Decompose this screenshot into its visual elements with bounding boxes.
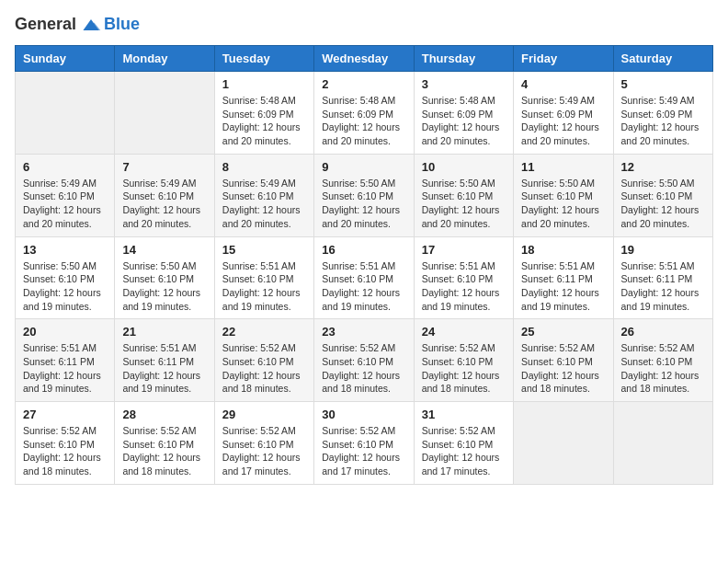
day-number: 26	[621, 325, 705, 339]
page-header: General Blue	[15, 15, 713, 34]
day-info: Sunrise: 5:48 AMSunset: 6:09 PMDaylight:…	[222, 94, 306, 148]
day-number: 1	[222, 77, 306, 91]
day-info: Sunrise: 5:51 AMSunset: 6:11 PMDaylight:…	[621, 259, 705, 314]
day-number: 23	[322, 325, 405, 339]
calendar-table: SundayMondayTuesdayWednesdayThursdayFrid…	[15, 45, 713, 485]
day-number: 14	[122, 243, 206, 257]
calendar-cell: 10Sunrise: 5:50 AMSunset: 6:10 PMDayligh…	[414, 154, 513, 236]
calendar-cell: 8Sunrise: 5:49 AMSunset: 6:10 PMDaylight…	[214, 154, 313, 236]
calendar-cell: 12Sunrise: 5:50 AMSunset: 6:10 PMDayligh…	[613, 154, 712, 236]
day-info: Sunrise: 5:50 AMSunset: 6:10 PMDaylight:…	[23, 259, 107, 314]
logo-icon	[80, 16, 102, 34]
day-info: Sunrise: 5:48 AMSunset: 6:09 PMDaylight:…	[422, 94, 506, 148]
day-info: Sunrise: 5:50 AMSunset: 6:10 PMDaylight:…	[621, 177, 705, 231]
calendar-cell: 30Sunrise: 5:52 AMSunset: 6:10 PMDayligh…	[314, 402, 414, 485]
day-info: Sunrise: 5:52 AMSunset: 6:10 PMDaylight:…	[422, 341, 506, 396]
calendar-cell: 28Sunrise: 5:52 AMSunset: 6:10 PMDayligh…	[115, 402, 214, 485]
calendar-week-1: 1Sunrise: 5:48 AMSunset: 6:09 PMDaylight…	[16, 72, 713, 155]
day-number: 27	[23, 408, 107, 421]
day-number: 9	[322, 160, 405, 174]
day-info: Sunrise: 5:50 AMSunset: 6:10 PMDaylight:…	[422, 177, 506, 231]
day-info: Sunrise: 5:50 AMSunset: 6:10 PMDaylight:…	[521, 177, 605, 231]
day-number: 17	[422, 243, 506, 257]
calendar-header-sunday: Sunday	[16, 46, 115, 72]
day-info: Sunrise: 5:51 AMSunset: 6:10 PMDaylight:…	[422, 259, 506, 314]
calendar-header-tuesday: Tuesday	[214, 46, 313, 72]
day-number: 11	[521, 160, 605, 174]
day-info: Sunrise: 5:49 AMSunset: 6:10 PMDaylight:…	[122, 177, 206, 231]
day-info: Sunrise: 5:52 AMSunset: 6:10 PMDaylight:…	[23, 424, 107, 478]
calendar-cell	[613, 402, 712, 485]
calendar-week-3: 13Sunrise: 5:50 AMSunset: 6:10 PMDayligh…	[16, 236, 713, 319]
day-info: Sunrise: 5:52 AMSunset: 6:10 PMDaylight:…	[122, 424, 206, 478]
calendar-cell: 4Sunrise: 5:49 AMSunset: 6:09 PMDaylight…	[514, 72, 613, 155]
calendar-cell: 17Sunrise: 5:51 AMSunset: 6:10 PMDayligh…	[414, 236, 513, 319]
calendar-week-4: 20Sunrise: 5:51 AMSunset: 6:11 PMDayligh…	[16, 319, 713, 402]
calendar-header-wednesday: Wednesday	[314, 46, 414, 72]
day-number: 8	[222, 160, 306, 174]
day-number: 15	[222, 243, 306, 257]
day-number: 7	[122, 160, 206, 174]
day-info: Sunrise: 5:49 AMSunset: 6:10 PMDaylight:…	[222, 177, 306, 231]
day-number: 20	[23, 325, 107, 339]
day-number: 3	[422, 77, 506, 91]
day-info: Sunrise: 5:49 AMSunset: 6:09 PMDaylight:…	[521, 94, 605, 148]
calendar-cell: 5Sunrise: 5:49 AMSunset: 6:09 PMDaylight…	[613, 72, 712, 155]
day-info: Sunrise: 5:48 AMSunset: 6:09 PMDaylight:…	[322, 94, 405, 148]
logo: General Blue	[15, 15, 140, 34]
day-info: Sunrise: 5:49 AMSunset: 6:09 PMDaylight:…	[621, 94, 705, 148]
day-number: 28	[122, 408, 206, 421]
logo-general: General	[15, 15, 76, 34]
day-info: Sunrise: 5:51 AMSunset: 6:10 PMDaylight:…	[222, 259, 306, 314]
calendar-cell: 2Sunrise: 5:48 AMSunset: 6:09 PMDaylight…	[314, 72, 414, 155]
calendar-cell: 20Sunrise: 5:51 AMSunset: 6:11 PMDayligh…	[16, 319, 115, 402]
calendar-cell: 31Sunrise: 5:52 AMSunset: 6:10 PMDayligh…	[414, 402, 513, 485]
day-number: 19	[621, 243, 705, 257]
calendar-cell: 23Sunrise: 5:52 AMSunset: 6:10 PMDayligh…	[314, 319, 414, 402]
calendar-cell	[514, 402, 613, 485]
calendar-cell: 25Sunrise: 5:52 AMSunset: 6:10 PMDayligh…	[514, 319, 613, 402]
calendar-header-thursday: Thursday	[414, 46, 513, 72]
day-number: 24	[422, 325, 506, 339]
calendar-cell: 6Sunrise: 5:49 AMSunset: 6:10 PMDaylight…	[16, 154, 115, 236]
calendar-cell: 11Sunrise: 5:50 AMSunset: 6:10 PMDayligh…	[514, 154, 613, 236]
day-number: 5	[621, 77, 705, 91]
calendar-cell: 18Sunrise: 5:51 AMSunset: 6:11 PMDayligh…	[514, 236, 613, 319]
calendar-cell: 9Sunrise: 5:50 AMSunset: 6:10 PMDaylight…	[314, 154, 414, 236]
day-info: Sunrise: 5:50 AMSunset: 6:10 PMDaylight:…	[122, 259, 206, 314]
calendar-cell: 14Sunrise: 5:50 AMSunset: 6:10 PMDayligh…	[115, 236, 214, 319]
calendar-week-2: 6Sunrise: 5:49 AMSunset: 6:10 PMDaylight…	[16, 154, 713, 236]
day-number: 18	[521, 243, 605, 257]
calendar-cell: 21Sunrise: 5:51 AMSunset: 6:11 PMDayligh…	[115, 319, 214, 402]
day-info: Sunrise: 5:51 AMSunset: 6:10 PMDaylight:…	[322, 259, 405, 314]
day-number: 4	[521, 77, 605, 91]
calendar-cell	[16, 72, 115, 155]
day-number: 22	[222, 325, 306, 339]
day-info: Sunrise: 5:52 AMSunset: 6:10 PMDaylight:…	[422, 424, 506, 478]
calendar-cell: 16Sunrise: 5:51 AMSunset: 6:10 PMDayligh…	[314, 236, 414, 319]
calendar-cell: 7Sunrise: 5:49 AMSunset: 6:10 PMDaylight…	[115, 154, 214, 236]
calendar-week-5: 27Sunrise: 5:52 AMSunset: 6:10 PMDayligh…	[16, 402, 713, 485]
calendar-header-saturday: Saturday	[613, 46, 712, 72]
day-info: Sunrise: 5:51 AMSunset: 6:11 PMDaylight:…	[521, 259, 605, 314]
calendar-cell: 3Sunrise: 5:48 AMSunset: 6:09 PMDaylight…	[414, 72, 513, 155]
day-info: Sunrise: 5:49 AMSunset: 6:10 PMDaylight:…	[23, 177, 107, 231]
calendar-cell: 15Sunrise: 5:51 AMSunset: 6:10 PMDayligh…	[214, 236, 313, 319]
day-info: Sunrise: 5:52 AMSunset: 6:10 PMDaylight:…	[222, 424, 306, 478]
day-info: Sunrise: 5:52 AMSunset: 6:10 PMDaylight:…	[322, 341, 405, 396]
day-number: 25	[521, 325, 605, 339]
calendar-cell: 19Sunrise: 5:51 AMSunset: 6:11 PMDayligh…	[613, 236, 712, 319]
day-info: Sunrise: 5:52 AMSunset: 6:10 PMDaylight:…	[322, 424, 405, 478]
day-info: Sunrise: 5:51 AMSunset: 6:11 PMDaylight:…	[23, 341, 107, 396]
day-number: 29	[222, 408, 306, 421]
calendar-header-monday: Monday	[115, 46, 214, 72]
calendar-cell: 1Sunrise: 5:48 AMSunset: 6:09 PMDaylight…	[214, 72, 313, 155]
day-info: Sunrise: 5:51 AMSunset: 6:11 PMDaylight:…	[122, 341, 206, 396]
day-info: Sunrise: 5:52 AMSunset: 6:10 PMDaylight:…	[621, 341, 705, 396]
day-number: 12	[621, 160, 705, 174]
day-number: 2	[322, 77, 405, 91]
calendar-cell: 24Sunrise: 5:52 AMSunset: 6:10 PMDayligh…	[414, 319, 513, 402]
calendar-cell: 13Sunrise: 5:50 AMSunset: 6:10 PMDayligh…	[16, 236, 115, 319]
calendar-cell: 22Sunrise: 5:52 AMSunset: 6:10 PMDayligh…	[214, 319, 313, 402]
logo-blue: Blue	[104, 15, 140, 34]
